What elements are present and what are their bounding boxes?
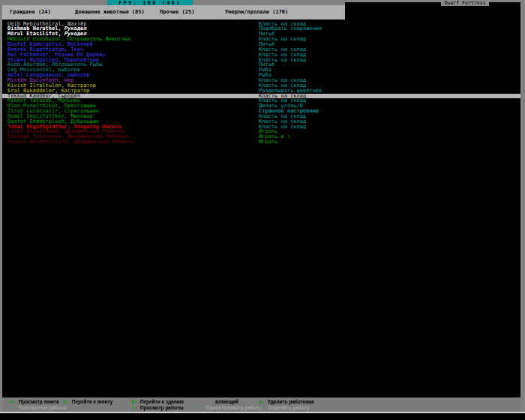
keybind-c[interactable]: c: Отменить работу [259, 405, 310, 411]
tab-2[interactable]: Домашние животные (85) [75, 5, 145, 20]
tab-4[interactable]: Умерли/пропали (170) [225, 5, 288, 20]
window-title: Dwarf Fortress [441, 0, 489, 6]
window-bottom-border [0, 412, 525, 413]
keybind-вляющий[interactable]: вляющий [215, 399, 238, 405]
unit-name: Stukos Berdannisith, Дварфийский Ребёнок [8, 140, 134, 145]
tab-3[interactable]: Прочие (25) [160, 5, 194, 20]
keybinding-bar: v: Просмотр юнитаz: Перейти к юнитуb: Пе… [2, 398, 520, 412]
keybind-v[interactable]: v: Просмотр юнита [10, 399, 59, 405]
keybind-j[interactable]: j: Просмотр работы [131, 405, 184, 411]
keybind-z[interactable]: z: Перейти к юниту [63, 399, 112, 405]
keybind-t[interactable]: t: Приостановить работу [197, 405, 262, 411]
window-right-border [520, 0, 525, 413]
tab-1[interactable]: Граждане (24) [10, 5, 51, 20]
dwarf-fortress-window: FPS: 100 (49) Dwarf Fortress Граждане (2… [0, 0, 525, 420]
keybind-r[interactable]: r: Повторение работы [10, 405, 67, 411]
unit-category-tabbar: Граждане (24)Домашние животные (85)Прочи… [2, 5, 345, 20]
keybind-b[interactable]: b: Перейти к зданию [131, 399, 184, 405]
unit-job: Играть [259, 140, 278, 145]
keybind-x[interactable]: x: Удалить работника [259, 399, 314, 405]
unit-row[interactable]: Stukos Berdannisith, Дварфийский Ребёнок… [2, 140, 520, 145]
